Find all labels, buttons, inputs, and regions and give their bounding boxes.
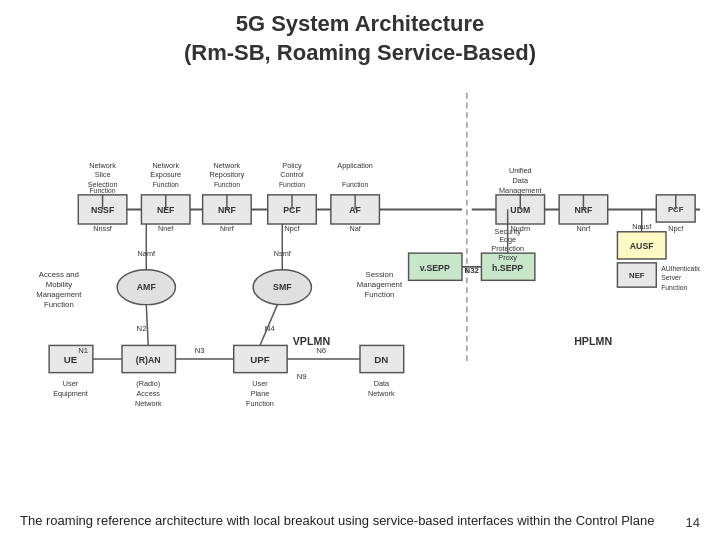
footer-text: The roaming reference architecture with …: [20, 511, 700, 531]
nrf-func: Function: [214, 181, 240, 188]
title-line2: (Rm-SB, Roaming Service-Based): [184, 40, 536, 65]
ran-label3: Network: [135, 399, 162, 408]
pcf-label2: Control: [280, 171, 304, 180]
user-eq-label2: Equipment: [53, 389, 88, 398]
n6-label: N6: [316, 346, 326, 355]
nnrf-label: Nnrf: [220, 224, 235, 233]
udm-label2: Data: [513, 176, 529, 185]
amf-label4: Function: [44, 300, 74, 309]
ran-text: (R)AN: [136, 355, 161, 365]
upf-label2: Plane: [251, 389, 270, 398]
ran-label1: (Radio): [136, 379, 160, 388]
udm-label3: Management: [499, 186, 541, 195]
page-number: 14: [686, 515, 700, 530]
n2-label: N2: [137, 324, 147, 333]
af-func: Function: [342, 181, 368, 188]
udm-label1: Unified: [509, 167, 532, 176]
user-eq-label1: User: [63, 379, 79, 388]
pcf-func: Function: [279, 181, 305, 188]
nef-func: Function: [153, 181, 179, 188]
n9-label: N9: [297, 373, 307, 382]
ran-amf-line: [146, 305, 148, 346]
nrf-label1: Network: [214, 161, 241, 170]
ue-text: UE: [64, 354, 78, 365]
amf-label2: Mobility: [46, 280, 72, 289]
nnssf-label: Nnssf: [93, 224, 113, 233]
architecture-diagram: VPLMN HPLMN NSSF NEF NRF PCF AF: [20, 73, 700, 443]
amf-label1: Access and: [39, 271, 79, 280]
dn-label2: Network: [368, 389, 395, 398]
amf-label3: Management: [36, 290, 82, 299]
ausf-full-label1: AUthentication: [661, 265, 700, 272]
af-label1: Application: [337, 161, 373, 170]
diagram-area: VPLMN HPLMN NSSF NEF NRF PCF AF: [20, 73, 700, 443]
npcf-v-label: Npcf: [285, 224, 301, 233]
title-line1: 5G System Architecture: [236, 11, 485, 36]
n1-label: N1: [78, 346, 88, 355]
naf-label: Naf: [349, 224, 361, 233]
nssf-label1: Network: [89, 161, 116, 170]
amf-text: AMF: [137, 282, 157, 292]
dn-text: DN: [374, 354, 388, 365]
page: 5G System Architecture (Rm-SB, Roaming S…: [0, 0, 720, 540]
smf-label1: Session: [366, 271, 394, 280]
smf-label3: Function: [365, 290, 395, 299]
vsepp-text: v.SEPP: [420, 263, 450, 273]
npcf-h-label: Npcf: [668, 224, 684, 233]
ausf-text: AUSF: [630, 241, 654, 251]
page-num-value: 14: [686, 515, 700, 530]
nnef-label: Nnef: [158, 224, 174, 233]
ausf-full-label3: Function: [661, 284, 687, 291]
nef-h-text: NEF: [629, 272, 645, 281]
nnrf-h-label: Nnrf: [577, 224, 592, 233]
nssf-func: Function: [90, 187, 116, 194]
nrf-label2: Repository: [210, 171, 245, 180]
n3-label: N3: [195, 346, 205, 355]
nef-label2: Exposure: [150, 171, 181, 180]
dn-label1: Data: [374, 379, 390, 388]
page-title: 5G System Architecture (Rm-SB, Roaming S…: [20, 10, 700, 67]
nef-label1: Network: [152, 161, 179, 170]
upf-label3: Function: [246, 399, 274, 408]
ausf-full-label2: Server: [661, 275, 682, 282]
footer-description: The roaming reference architecture with …: [20, 513, 654, 528]
ran-label2: Access: [137, 389, 161, 398]
hsepp-text: h.SEPP: [492, 263, 523, 273]
sep-label4: Proxy: [498, 253, 517, 262]
smf-text: SMF: [273, 282, 292, 292]
hplmn-label: HPLMN: [574, 336, 612, 348]
upf-text: UPF: [250, 354, 269, 365]
pcf-label1: Policy: [282, 161, 302, 170]
smf-label2: Management: [357, 280, 403, 289]
upf-label1: User: [252, 379, 268, 388]
n4-label: N4: [265, 324, 276, 333]
nssf-label2: Slice: [95, 171, 111, 180]
